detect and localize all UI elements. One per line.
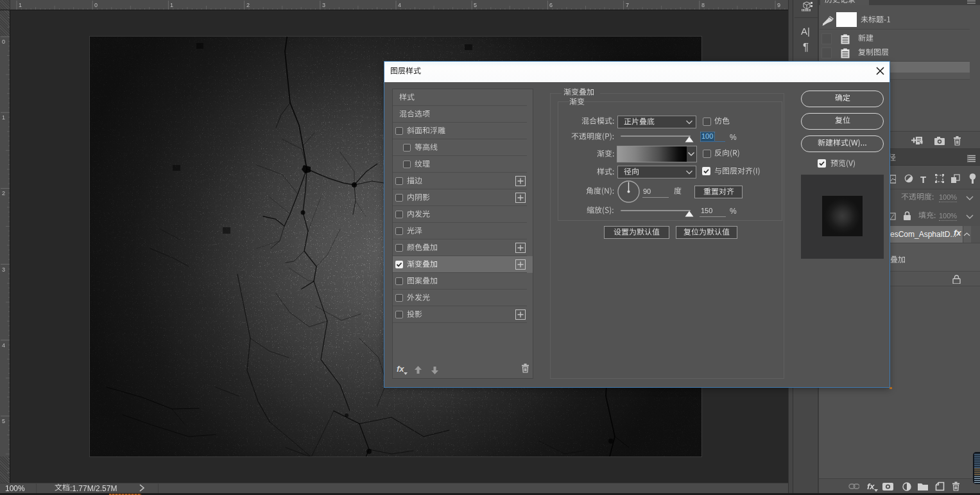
svg-text:0: 0 bbox=[2, 39, 5, 45]
svg-text:1: 1 bbox=[19, 2, 22, 8]
svg-text:0: 0 bbox=[94, 2, 98, 8]
svg-text:1: 1 bbox=[170, 2, 173, 8]
svg-text:9: 9 bbox=[777, 2, 780, 8]
svg-text:3: 3 bbox=[2, 266, 5, 273]
svg-text:6: 6 bbox=[549, 2, 553, 8]
svg-text:5: 5 bbox=[2, 418, 5, 424]
svg-text:8: 8 bbox=[701, 2, 705, 8]
svg-text:4: 4 bbox=[398, 2, 401, 8]
svg-text:3: 3 bbox=[322, 2, 325, 8]
svg-text:2: 2 bbox=[246, 2, 250, 8]
svg-text:5: 5 bbox=[474, 2, 477, 8]
svg-text:7: 7 bbox=[626, 2, 629, 8]
svg-text:2: 2 bbox=[2, 190, 5, 196]
svg-text:4: 4 bbox=[2, 342, 5, 349]
svg-text:1: 1 bbox=[2, 114, 5, 121]
